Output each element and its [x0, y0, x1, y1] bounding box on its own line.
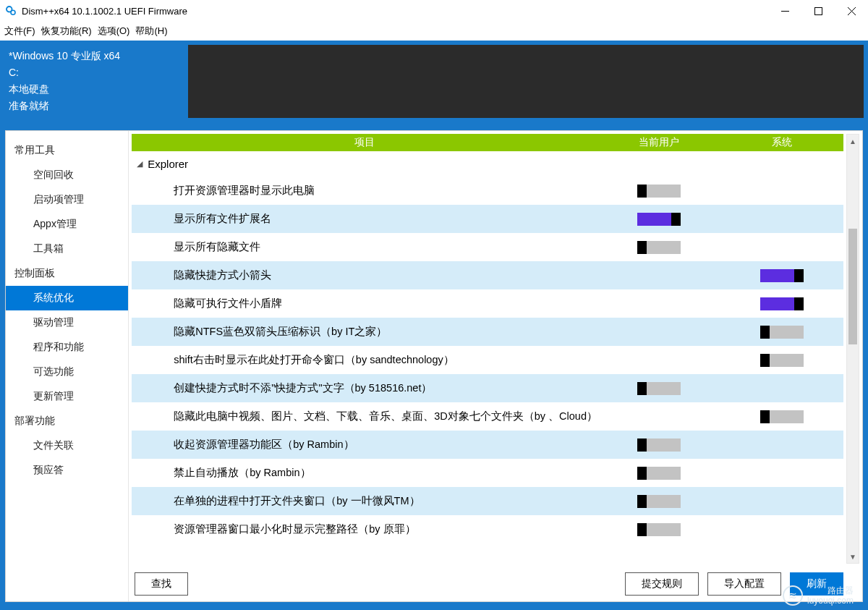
sidebar-item-driver[interactable]: 驱动管理: [6, 310, 128, 335]
settings-row[interactable]: 禁止自动播放（by Rambin）: [132, 459, 843, 487]
content: 项目 当前用户 系统 ◢ Explorer 打开资源管理器时显示此电脑显示所有文…: [129, 131, 862, 601]
user-toggle[interactable]: [637, 241, 681, 254]
system-toggle[interactable]: [760, 410, 804, 423]
window-controls: [768, 0, 868, 22]
sidebar-item-prereply[interactable]: 预应答: [6, 458, 128, 483]
settings-row-label: 打开资源管理器时显示此电脑: [174, 184, 597, 198]
user-cell: [597, 523, 720, 536]
minimize-button[interactable]: [768, 0, 801, 22]
settings-row[interactable]: 隐藏此电脑中视频、图片、文档、下载、音乐、桌面、3D对象七个文件夹（by 、Cl…: [132, 402, 843, 431]
settings-row-label: 显示所有隐藏文件: [174, 240, 597, 254]
svg-point-1: [11, 10, 15, 14]
sidebar-group-common[interactable]: 常用工具: [6, 138, 128, 163]
settings-list: ◢ Explorer 打开资源管理器时显示此电脑显示所有文件扩展名显示所有隐藏文…: [132, 151, 843, 567]
column-header: 项目 当前用户 系统: [132, 134, 843, 151]
titlebar: Dism++x64 10.1.1002.1 UEFI Firmware: [0, 0, 868, 22]
window-title: Dism++x64 10.1.1002.1 UEFI Firmware: [22, 6, 768, 17]
settings-row[interactable]: shift右击时显示在此处打开命令窗口（by sandtechnology）: [132, 346, 843, 374]
settings-row[interactable]: 显示所有隐藏文件: [132, 233, 843, 261]
system-toggle[interactable]: [760, 269, 804, 282]
info-panel[interactable]: *Windows 10 专业版 x64 C: 本地硬盘 准备就绪: [0, 41, 188, 122]
menubar: 文件(F) 恢复功能(R) 选项(O) 帮助(H): [0, 22, 868, 41]
info-dark-area: [188, 45, 864, 118]
app-icon: [4, 4, 17, 17]
system-toggle[interactable]: [760, 354, 804, 367]
menu-file[interactable]: 文件(F): [4, 25, 35, 38]
user-cell: [597, 241, 720, 254]
menu-recover[interactable]: 恢复功能(R): [41, 25, 92, 38]
user-cell: [597, 213, 720, 226]
sidebar: 常用工具 空间回收 启动项管理 Appx管理 工具箱 控制面板 系统优化 驱动管…: [6, 131, 129, 601]
close-button[interactable]: [835, 0, 868, 22]
settings-row[interactable]: 在单独的进程中打开文件夹窗口（by 一叶微风TM）: [132, 487, 843, 515]
maximize-button[interactable]: [801, 0, 835, 22]
info-drive: C:: [9, 64, 179, 81]
sidebar-item-optional[interactable]: 可选功能: [6, 360, 128, 384]
sidebar-item-sysopt[interactable]: 系统优化: [6, 286, 128, 310]
settings-row[interactable]: 收起资源管理器功能区（by Rambin）: [132, 431, 843, 459]
settings-row[interactable]: 隐藏可执行文件小盾牌: [132, 289, 843, 318]
user-toggle[interactable]: [637, 185, 681, 198]
settings-row[interactable]: 创建快捷方式时不添"快捷方式"文字（by 518516.net）: [132, 374, 843, 402]
sidebar-item-space[interactable]: 空间回收: [6, 163, 128, 187]
sidebar-group-deploy[interactable]: 部署功能: [6, 409, 128, 433]
sidebar-item-programs[interactable]: 程序和功能: [6, 335, 128, 360]
settings-row-label: 禁止自动播放（by Rambin）: [174, 466, 597, 480]
col-project: 项目: [132, 136, 597, 149]
info-status: 准备就绪: [9, 98, 179, 114]
menu-options[interactable]: 选项(O): [98, 25, 130, 38]
user-cell: [597, 439, 720, 452]
settings-row[interactable]: 隐藏快捷方式小箭头: [132, 261, 843, 289]
settings-row-label: 资源管理器窗口最小化时显示完整路径（by 原罪）: [174, 522, 597, 536]
settings-row-label: 隐藏可执行文件小盾牌: [174, 297, 597, 310]
settings-row[interactable]: 显示所有文件扩展名: [132, 205, 843, 233]
user-cell: [597, 467, 720, 480]
system-cell: [720, 354, 843, 367]
system-toggle[interactable]: [760, 326, 804, 339]
user-toggle[interactable]: [637, 467, 681, 480]
scrollbar[interactable]: ▲ ▼: [846, 134, 859, 564]
scroll-thumb[interactable]: [848, 229, 857, 344]
settings-row[interactable]: 隐藏NTFS蓝色双箭头压缩标识（by IT之家）: [132, 318, 843, 346]
system-cell: [720, 326, 843, 339]
user-toggle[interactable]: [637, 382, 681, 395]
settings-row-label: 隐藏NTFS蓝色双箭头压缩标识（by IT之家）: [174, 325, 597, 339]
collapse-icon[interactable]: ◢: [135, 159, 145, 169]
main-panel: 常用工具 空间回收 启动项管理 Appx管理 工具箱 控制面板 系统优化 驱动管…: [5, 130, 863, 602]
sidebar-item-update[interactable]: 更新管理: [6, 384, 128, 409]
settings-row-label: 显示所有文件扩展名: [174, 212, 597, 226]
sidebar-item-toolbox[interactable]: 工具箱: [6, 237, 128, 261]
import-button[interactable]: 导入配置: [707, 572, 781, 596]
info-bar: *Windows 10 专业版 x64 C: 本地硬盘 准备就绪: [0, 41, 868, 122]
system-cell: [720, 410, 843, 423]
find-button[interactable]: 查找: [135, 572, 188, 596]
sidebar-item-appx[interactable]: Appx管理: [6, 212, 128, 237]
group-explorer[interactable]: ◢ Explorer: [132, 151, 843, 177]
user-cell: [597, 495, 720, 508]
sidebar-item-startup[interactable]: 启动项管理: [6, 187, 128, 212]
settings-row-label: 隐藏此电脑中视频、图片、文档、下载、音乐、桌面、3D对象七个文件夹（by 、Cl…: [174, 410, 597, 423]
user-toggle[interactable]: [637, 523, 681, 536]
col-user: 当前用户: [597, 136, 720, 149]
sidebar-group-control[interactable]: 控制面板: [6, 261, 128, 286]
info-storage: 本地硬盘: [9, 81, 179, 98]
settings-row-label: 创建快捷方式时不添"快捷方式"文字（by 518516.net）: [174, 381, 597, 395]
user-cell: [597, 185, 720, 198]
user-toggle[interactable]: [637, 439, 681, 452]
settings-row[interactable]: 打开资源管理器时显示此电脑: [132, 177, 843, 205]
settings-row-label: shift右击时显示在此处打开命令窗口（by sandtechnology）: [174, 353, 597, 367]
submit-button[interactable]: 提交规则: [625, 572, 699, 596]
settings-row-label: 隐藏快捷方式小箭头: [174, 268, 597, 282]
user-toggle[interactable]: [637, 495, 681, 508]
refresh-button[interactable]: 刷新: [790, 572, 843, 596]
system-cell: [720, 269, 843, 282]
system-toggle[interactable]: [760, 297, 804, 310]
settings-row-label: 收起资源管理器功能区（by Rambin）: [174, 438, 597, 452]
scroll-down-icon[interactable]: ▼: [847, 550, 859, 563]
user-toggle[interactable]: [637, 213, 681, 226]
scroll-up-icon[interactable]: ▲: [847, 135, 859, 148]
sidebar-item-assoc[interactable]: 文件关联: [6, 433, 128, 458]
settings-row[interactable]: 资源管理器窗口最小化时显示完整路径（by 原罪）: [132, 515, 843, 543]
svg-rect-3: [814, 7, 822, 14]
menu-help[interactable]: 帮助(H): [135, 25, 167, 38]
